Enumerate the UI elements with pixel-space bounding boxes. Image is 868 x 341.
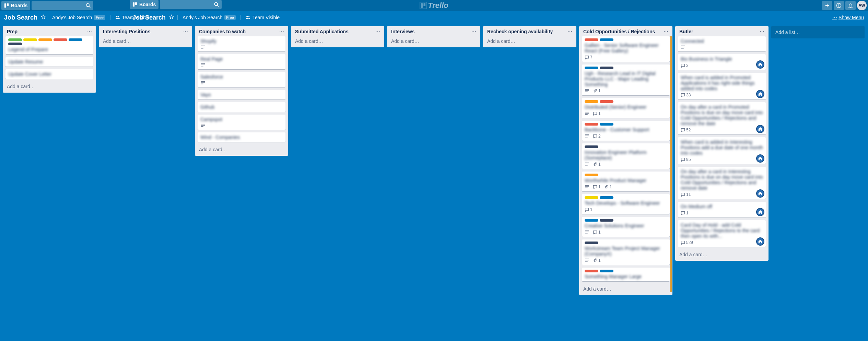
card[interactable]: Shopify bbox=[198, 36, 285, 51]
card[interactable]: Distributed (Senior) Engineer1 bbox=[582, 98, 670, 118]
svg-rect-4 bbox=[133, 2, 134, 7]
add-button[interactable] bbox=[822, 1, 832, 10]
card-badges: 38 bbox=[681, 93, 763, 97]
add-card-button[interactable]: Add a card… bbox=[198, 145, 285, 153]
card[interactable]: Real Page bbox=[198, 54, 285, 69]
label-black bbox=[8, 43, 22, 45]
card-badges: 2 bbox=[585, 134, 667, 139]
list-menu-button[interactable]: ⋯ bbox=[87, 29, 92, 34]
card[interactable]: Innovation Engineer Platform (Someplace)… bbox=[582, 143, 670, 169]
boards-button[interactable]: Boards bbox=[1, 1, 30, 10]
card[interactable]: Workstream Team Project Manager (Company… bbox=[582, 239, 670, 265]
info-button[interactable] bbox=[834, 1, 844, 10]
card[interactable]: On day after a card in Interesting Posit… bbox=[678, 167, 766, 199]
svg-rect-0 bbox=[4, 3, 6, 8]
board-name: Job Search bbox=[4, 14, 37, 21]
list-menu-button[interactable]: ⋯ bbox=[664, 29, 668, 34]
team-link[interactable]: Andy's Job Search Free bbox=[49, 15, 109, 20]
card[interactable]: Campspot bbox=[198, 115, 285, 130]
add-card-button[interactable]: Add a card… bbox=[294, 36, 382, 45]
card[interactable]: Update Cover Letter bbox=[5, 69, 93, 79]
search-input-dup[interactable] bbox=[160, 0, 222, 9]
card[interactable]: Gallien - Senior Software Engineer React… bbox=[582, 36, 670, 62]
card[interactable]: Vayo bbox=[198, 90, 285, 99]
boards-icon bbox=[132, 2, 137, 7]
star-button-dup[interactable] bbox=[169, 14, 174, 21]
list: Interesting Positions⋯Add a card… bbox=[99, 26, 192, 47]
card-badges: 95 bbox=[681, 157, 763, 162]
list-menu-button[interactable]: ⋯ bbox=[183, 29, 188, 34]
search-icon bbox=[214, 2, 219, 7]
avatar[interactable]: AW bbox=[857, 1, 867, 10]
card[interactable]: Ugh - Research Lead in IT Digital Produc… bbox=[582, 64, 670, 95]
add-card-button[interactable]: Add a card… bbox=[486, 36, 574, 45]
visibility-button-dup[interactable]: Team Visible bbox=[242, 15, 283, 20]
card[interactable]: Worthwhile Product Manager11 bbox=[582, 172, 670, 191]
team-icon bbox=[246, 15, 250, 20]
label-red bbox=[585, 38, 598, 41]
card-badges: 1 bbox=[585, 230, 667, 235]
notifications-button[interactable] bbox=[845, 1, 856, 10]
comments-badge: 1 bbox=[593, 230, 601, 235]
attachments-badge: 1 bbox=[593, 258, 601, 263]
list-menu-button[interactable]: ⋯ bbox=[375, 29, 380, 34]
search-input[interactable] bbox=[32, 1, 93, 10]
team-link-dup[interactable]: Andy's Job Search Free bbox=[179, 15, 239, 20]
list-title: Recheck opening availability bbox=[487, 29, 553, 34]
add-card-button[interactable]: Add a card… bbox=[390, 36, 478, 45]
card[interactable]: On Medium off1 bbox=[678, 202, 766, 217]
card[interactable]: When card is added in Interesting Positi… bbox=[678, 137, 766, 164]
show-menu-button[interactable]: ⋯ Show Menu bbox=[832, 15, 864, 20]
card[interactable]: Connected bbox=[678, 36, 766, 51]
star-button[interactable] bbox=[41, 14, 46, 21]
comments-badge: 1 bbox=[585, 207, 593, 212]
add-card-button[interactable]: Add a card… bbox=[5, 82, 93, 90]
svg-line-7 bbox=[217, 5, 219, 7]
comments-badge: 95 bbox=[681, 157, 691, 162]
add-list-button[interactable]: Add a list… bbox=[771, 26, 865, 38]
list-menu-button[interactable]: ⋯ bbox=[471, 29, 476, 34]
list-title: Interviews bbox=[391, 29, 414, 34]
description-icon bbox=[585, 111, 589, 116]
card[interactable]: Bio Business in Triangle2 bbox=[678, 54, 766, 70]
list-menu-button[interactable]: ⋯ bbox=[279, 29, 284, 34]
list: Cold Opportunities / Rejections⋯Gallien … bbox=[579, 26, 672, 295]
card-title: Innovation Engineer Platform (Someplace) bbox=[585, 150, 667, 161]
comments-badge: 2 bbox=[593, 134, 601, 139]
card-title: Update Resume bbox=[8, 59, 91, 64]
card-badges: 1 bbox=[585, 207, 667, 212]
label-black bbox=[600, 219, 613, 222]
card[interactable]: Legend of Prepare bbox=[5, 36, 93, 54]
label-black bbox=[585, 242, 598, 244]
card-badges: 1 bbox=[681, 211, 763, 215]
card-title: Gallien - Senior Software Engineer React… bbox=[585, 43, 667, 54]
card[interactable]: Github bbox=[198, 102, 285, 112]
card[interactable]: Tech Develops - Software Engineer1 bbox=[582, 194, 670, 214]
boards-button-dup[interactable]: Boards bbox=[130, 0, 159, 9]
card-badges: 529 bbox=[681, 240, 763, 245]
add-card-button[interactable]: Add a card… bbox=[678, 250, 766, 258]
logo[interactable]: Trello bbox=[420, 1, 448, 10]
add-card-button[interactable]: Add a card… bbox=[102, 36, 189, 45]
card[interactable]: Wind - Companies bbox=[198, 132, 285, 142]
card-badges: 1 bbox=[585, 162, 667, 167]
card[interactable]: Card Day of Hold - add Cold Opportunitie… bbox=[678, 220, 766, 247]
card[interactable]: When card is added in Promoted Applicati… bbox=[678, 73, 766, 99]
card[interactable]: On day after a card in Promoted Position… bbox=[678, 102, 766, 134]
label-red bbox=[585, 270, 598, 272]
card[interactable]: Update Resume bbox=[5, 57, 93, 67]
list-menu-button[interactable]: ⋯ bbox=[760, 29, 764, 34]
list-title: Cold Opportunities / Rejections bbox=[583, 29, 655, 34]
comments-badge: 1 bbox=[593, 111, 601, 116]
card-title: Something Manager Large bbox=[585, 274, 667, 279]
list-menu-button[interactable]: ⋯ bbox=[567, 29, 572, 34]
card[interactable]: Creative Solutions Engineer1 bbox=[582, 217, 670, 237]
list: Recheck opening availability⋯Add a card… bbox=[483, 26, 576, 47]
card[interactable]: Salesforce bbox=[198, 72, 285, 87]
member-avatar bbox=[756, 154, 764, 163]
add-card-button[interactable]: Add a card… bbox=[582, 284, 670, 292]
card-badges bbox=[200, 63, 283, 67]
card[interactable]: Backbone - Customer Support2 bbox=[582, 121, 670, 141]
comments-badge: 11 bbox=[681, 192, 691, 197]
card[interactable]: Something Manager Large bbox=[582, 268, 670, 281]
